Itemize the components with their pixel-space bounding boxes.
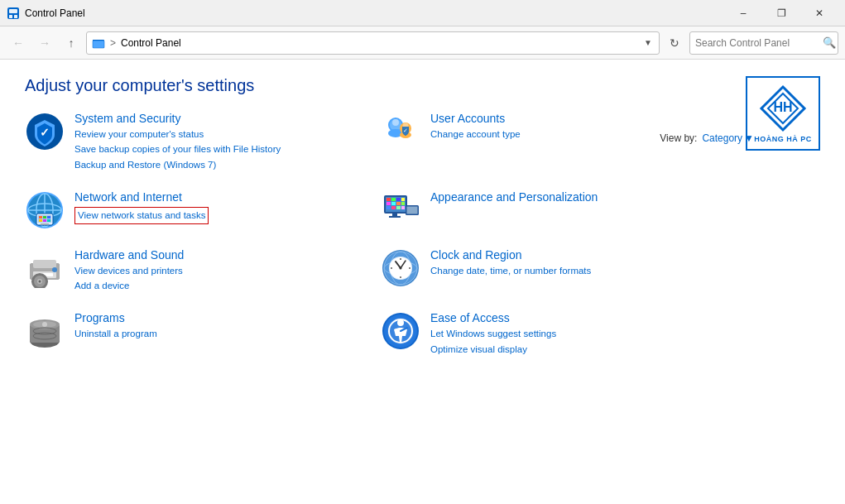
category-system-security: ✓ System and Security Review your comput…: [25, 112, 348, 172]
view-by-label: View by:: [660, 132, 697, 144]
programs-text: Programs Uninstall a program: [74, 311, 348, 341]
svg-point-81: [42, 322, 47, 327]
forward-button[interactable]: →: [33, 31, 56, 55]
appearance-icon: [381, 190, 420, 230]
svg-point-12: [392, 119, 399, 126]
system-security-text: System and Security Review your computer…: [74, 112, 348, 172]
hardware-sound-icon: [25, 248, 65, 288]
svg-rect-45: [396, 206, 401, 209]
view-by-value[interactable]: Category ▼: [702, 132, 754, 144]
network-internet-link-1[interactable]: View network status and tasks: [74, 207, 209, 224]
svg-rect-41: [396, 202, 401, 205]
logo-diamond-svg: HH: [758, 84, 808, 133]
programs-icon: [25, 311, 65, 351]
logo-brand-text: HOÀNG HÀ PC: [754, 135, 812, 143]
category-clock-region: Clock and Region Change date, time, or n…: [381, 248, 703, 294]
system-security-icon: ✓: [25, 112, 65, 151]
logo-box: HH HOÀNG HÀ PC: [746, 76, 820, 151]
network-internet-title[interactable]: Network and Internet: [74, 190, 348, 204]
programs-link-1[interactable]: Uninstall a program: [74, 327, 348, 341]
svg-rect-48: [389, 216, 401, 218]
close-button[interactable]: ✕: [800, 0, 838, 26]
appearance-title[interactable]: Appearance and Personalization: [430, 190, 703, 204]
user-accounts-title[interactable]: User Accounts: [430, 112, 703, 125]
svg-rect-29: [47, 216, 50, 218]
search-box[interactable]: 🔍: [689, 31, 838, 55]
hardware-sound-link-1[interactable]: View devices and printers: [74, 264, 348, 278]
ease-of-access-link-2[interactable]: Optimize visual display: [430, 343, 703, 357]
svg-rect-27: [39, 216, 42, 218]
up-button[interactable]: ↑: [60, 31, 83, 55]
svg-rect-6: [93, 41, 104, 48]
system-security-title[interactable]: System and Security: [74, 112, 348, 125]
title-bar-controls: – ❐ ✕: [724, 0, 838, 26]
ease-of-access-title[interactable]: Ease of Access: [430, 311, 703, 324]
title-bar-icon: [7, 7, 20, 20]
category-programs: Programs Uninstall a program: [25, 311, 348, 357]
address-folder-icon: [92, 36, 105, 50]
svg-rect-50: [407, 206, 418, 214]
system-security-link-2[interactable]: Save backup copies of your files with Fi…: [74, 142, 348, 156]
system-security-link-3[interactable]: Backup and Restore (Windows 7): [74, 158, 348, 172]
svg-rect-1: [9, 9, 17, 13]
main-content: Adjust your computer's settings ✓ System…: [0, 60, 845, 504]
programs-title[interactable]: Programs: [74, 311, 348, 324]
svg-rect-37: [396, 198, 401, 201]
ease-of-access-icon: [381, 311, 420, 351]
svg-rect-40: [391, 202, 396, 205]
svg-rect-43: [386, 206, 391, 209]
svg-rect-30: [39, 219, 42, 222]
svg-rect-31: [43, 219, 46, 222]
svg-text:HH: HH: [773, 100, 792, 114]
address-input[interactable]: > Control Panel ▼: [86, 31, 660, 55]
ease-of-access-text: Ease of Access Let Windows suggest setti…: [430, 311, 703, 357]
categories-grid: ✓ System and Security Review your comput…: [25, 112, 703, 375]
refresh-button[interactable]: ↻: [663, 31, 686, 55]
view-by: View by: Category ▼: [660, 132, 754, 144]
address-separator: >: [110, 37, 116, 49]
category-hardware-sound: Hardware and Sound View devices and prin…: [25, 248, 348, 294]
content-area: Adjust your computer's settings ✓ System…: [25, 76, 729, 487]
clock-region-title[interactable]: Clock and Region: [430, 248, 703, 262]
network-internet-text: Network and Internet View network status…: [74, 190, 348, 224]
minimize-button[interactable]: –: [724, 0, 762, 26]
hardware-sound-link-2[interactable]: Add a device: [74, 279, 348, 293]
address-bar: ← → ↑ > Control Panel ▼ ↻ 🔍: [0, 26, 845, 60]
system-security-link-1[interactable]: Review your computer's status: [74, 127, 348, 142]
svg-point-88: [397, 319, 404, 326]
view-by-dropdown-icon: ▼: [744, 132, 754, 144]
restore-button[interactable]: ❐: [762, 0, 800, 26]
clock-region-icon: [381, 248, 420, 288]
svg-rect-28: [43, 216, 46, 218]
svg-rect-35: [386, 198, 391, 201]
title-bar-title: Control Panel: [25, 7, 724, 19]
category-network-internet: Network and Internet View network status…: [25, 190, 348, 230]
category-user-accounts: ✓ User Accounts Change account type: [381, 112, 703, 172]
search-input[interactable]: [695, 37, 819, 49]
svg-text:✓: ✓: [40, 126, 50, 139]
clock-region-link-1[interactable]: Change date, time, or number formats: [430, 264, 703, 278]
hardware-sound-text: Hardware and Sound View devices and prin…: [74, 248, 348, 294]
page-title: Adjust your computer's settings: [25, 76, 729, 95]
view-by-category: Category: [702, 132, 742, 144]
svg-rect-26: [41, 223, 49, 225]
svg-rect-3: [14, 15, 17, 18]
hardware-sound-title[interactable]: Hardware and Sound: [74, 248, 348, 262]
appearance-text: Appearance and Personalization: [430, 190, 703, 206]
address-dropdown-button[interactable]: ▼: [642, 38, 654, 47]
title-bar: Control Panel – ❐ ✕: [0, 0, 845, 26]
svg-rect-42: [401, 202, 405, 205]
svg-rect-39: [386, 202, 391, 205]
category-ease-of-access: Ease of Access Let Windows suggest setti…: [381, 311, 703, 357]
ease-of-access-link-1[interactable]: Let Windows suggest settings: [430, 327, 703, 341]
svg-rect-53: [33, 260, 56, 268]
svg-text:✓: ✓: [403, 127, 408, 133]
svg-point-61: [39, 280, 41, 282]
category-appearance: Appearance and Personalization: [381, 190, 703, 230]
search-icon: 🔍: [823, 36, 836, 49]
svg-rect-2: [9, 15, 12, 18]
back-button[interactable]: ←: [7, 31, 30, 55]
svg-rect-44: [391, 206, 396, 209]
svg-rect-32: [47, 219, 50, 222]
svg-rect-38: [401, 198, 405, 201]
